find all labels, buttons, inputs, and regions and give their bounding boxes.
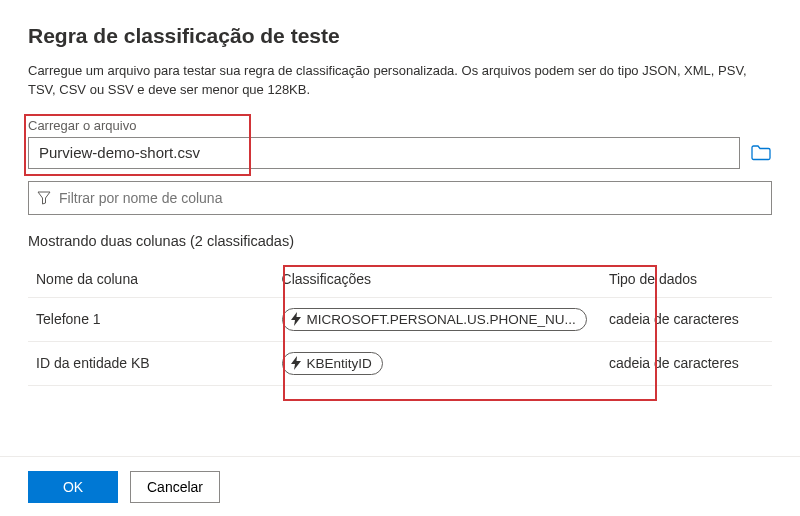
classification-pill[interactable]: KBEntityID [282,352,383,375]
results-heading: Mostrando duas colunas (2 classificadas) [28,233,772,249]
results-table: Nome da coluna Classificações Tipo de da… [28,261,772,386]
filter-row [28,181,772,215]
classification-pill-text: KBEntityID [307,356,372,371]
cancel-button[interactable]: Cancelar [130,471,220,503]
footer-bar: OK Cancelar [0,456,800,516]
upload-label: Carregar o arquivo [28,118,772,133]
cell-data-type: cadeia de caracteres [601,297,772,341]
folder-icon [751,145,771,161]
filter-icon [37,191,51,205]
browse-folder-button[interactable] [750,142,772,164]
file-input-row [28,137,772,169]
file-name-input[interactable] [28,137,740,169]
bolt-icon [291,356,301,370]
header-column-name: Nome da coluna [28,261,274,298]
header-classifications: Classificações [274,261,601,298]
cell-column-name: Telefone 1 [28,297,274,341]
page-title: Regra de classificação de teste [28,24,772,48]
description-text: Carregue um arquivo para testar sua regr… [28,62,772,100]
upload-section: Carregar o arquivo [28,118,772,169]
cell-data-type: cadeia de caracteres [601,341,772,385]
classification-pill-text: MICROSOFT.PERSONAL.US.PHONE_NU... [307,312,576,327]
cell-column-name: ID da entidade KB [28,341,274,385]
ok-button[interactable]: OK [28,471,118,503]
table-row: Telefone 1 MICROSOFT.PERSONAL.US.PHONE_N… [28,297,772,341]
header-data-type: Tipo de dados [601,261,772,298]
filter-column-input[interactable] [59,190,763,206]
table-row: ID da entidade KB KBEntityID cadeia de c… [28,341,772,385]
results-table-wrap: Nome da coluna Classificações Tipo de da… [28,261,772,386]
bolt-icon [291,312,301,326]
cell-classification: MICROSOFT.PERSONAL.US.PHONE_NU... [274,297,601,341]
cell-classification: KBEntityID [274,341,601,385]
classification-pill[interactable]: MICROSOFT.PERSONAL.US.PHONE_NU... [282,308,587,331]
